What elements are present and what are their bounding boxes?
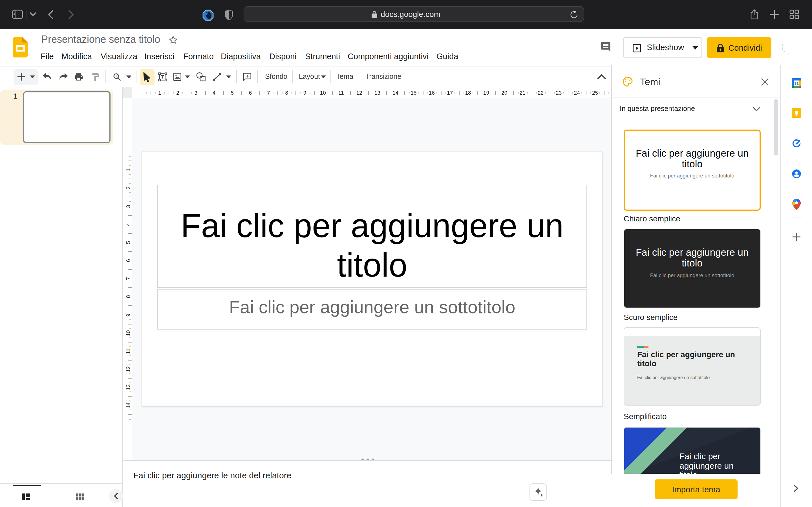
svg-text:31: 31 [794, 81, 799, 86]
